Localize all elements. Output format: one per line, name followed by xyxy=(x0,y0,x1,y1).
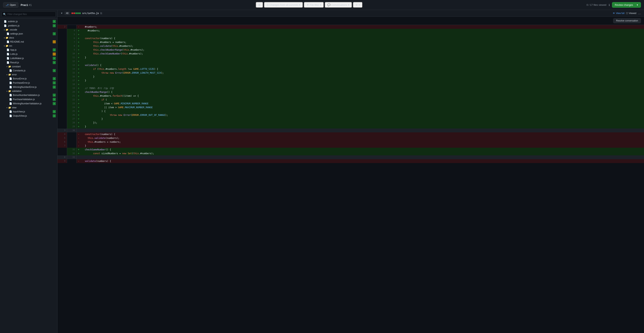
folder-icon: 📁 xyxy=(6,37,8,39)
diff-line: 16 + } xyxy=(58,75,644,79)
file-icon: 📄 xyxy=(6,61,10,64)
commits-nav-button[interactable]: ⊙ Changes from all commits ▾ xyxy=(264,2,303,8)
diff-line: 28 + }); xyxy=(58,121,644,125)
file-icon: 📄 xyxy=(9,86,12,88)
folder-name: .vscode xyxy=(9,28,17,31)
line-content: throw new Error(ERROR.ERROR_OUT_OF_RANGE… xyxy=(80,113,644,117)
layout-toggle-button[interactable]: ⊞ xyxy=(256,2,263,8)
diff-line: 15 + throw new Error(ERROR.ERROR_LENGTH_… xyxy=(58,71,644,75)
line-num-old xyxy=(58,44,67,48)
folder-name: constant xyxy=(12,65,20,68)
copy-path-button[interactable]: ⎘ xyxy=(100,12,102,15)
folder-view[interactable]: ▾ 📁 view xyxy=(0,106,57,110)
chevron-down-icon: ▾ xyxy=(4,45,5,47)
file-BonusError.js[interactable]: 📄 BonusError.js + xyxy=(0,77,57,81)
file-icon: 📄 xyxy=(9,115,12,117)
diff-line: 6 - this.#numbers = numbers; xyxy=(58,140,644,144)
add-badge: + xyxy=(53,69,56,72)
line-num-new: 7 xyxy=(67,40,77,44)
line-sign: + xyxy=(77,121,80,125)
settings-icon: ⚙ xyxy=(356,4,358,6)
folder-validation[interactable]: ▾ 📁 validation xyxy=(0,89,57,93)
file-InputView.js[interactable]: 📄 InputView.js + xyxy=(0,110,57,114)
file-PurchaseError.js[interactable]: 📄 PurchaseError.js + xyxy=(0,81,57,85)
folder-docs[interactable]: ▾ 📁 docs xyxy=(0,36,57,40)
file-Constants.js[interactable]: 📄 Constants.js + xyxy=(0,69,57,73)
line-sign: + xyxy=(77,29,80,33)
file-settings.json[interactable]: 📄 settings.json + xyxy=(0,32,57,36)
file-filter-dropdown-icon: ▾ xyxy=(320,4,321,6)
folder-icon: 📁 xyxy=(8,90,11,93)
file-filter-button[interactable]: ▼ File filter ▾ xyxy=(304,2,324,8)
file-.eslintrc.js[interactable]: 📄 .eslintrc.js + xyxy=(0,19,57,24)
line-num-old xyxy=(58,109,67,113)
resolve-conversation-button[interactable]: Resolve conversation xyxy=(613,18,641,23)
info-icon[interactable]: ℹ xyxy=(609,4,610,7)
line-num-old xyxy=(58,102,67,106)
folder-.vscode[interactable]: ▾ 📁 .vscode xyxy=(0,28,57,32)
line-content: this.checkSameNumber(this.#numbers); xyxy=(80,52,644,56)
file-name: .prettierrc.js xyxy=(8,24,20,27)
top-header: ⎇ Open Prac1 #1 ⊞ ⊙ Changes from all com… xyxy=(0,0,644,10)
file-App.js[interactable]: 📄 App.js + xyxy=(0,48,57,52)
file-LottoMaker.js[interactable]: 📄 LottoMaker.js + xyxy=(0,56,57,61)
diff-line: 20 + checkNumberRange() { xyxy=(58,90,644,94)
conversations-button[interactable]: 💬 Conversations ▾ xyxy=(325,2,352,8)
view-full-button[interactable]: 👁 View full xyxy=(613,12,624,15)
open-button[interactable]: ⎇ Open xyxy=(3,2,18,8)
file-icon: 📄 xyxy=(9,77,12,80)
add-badge: + xyxy=(53,81,56,84)
add-badge: + xyxy=(53,94,56,97)
file-OutputView.js[interactable]: 📄 OutputView.js + xyxy=(0,114,57,118)
more-options-button[interactable]: … xyxy=(638,12,641,15)
line-num-old xyxy=(58,37,67,40)
line-content xyxy=(80,60,644,63)
file-name: BonusNumberValidation.js xyxy=(13,94,40,97)
file-README.md[interactable]: 📄 README.md M xyxy=(0,40,57,44)
diff-line: 9 - validate(numbers) { xyxy=(58,159,644,163)
diff-line: 8 33 xyxy=(58,155,644,159)
line-num-old xyxy=(58,94,67,98)
file-BonusNumberValidation.js[interactable]: 📄 BonusNumberValidation.js + xyxy=(0,93,57,97)
review-changes-button[interactable]: Review changes ▾ xyxy=(612,2,641,8)
settings-button[interactable]: ⚙ ▾ xyxy=(353,2,363,8)
diff-line: 26 + throw new Error(ERROR.ERROR_OUT_OF_… xyxy=(58,113,644,117)
file-WinningNumberValidation.js[interactable]: 📄 WinningNumberValidation.js + xyxy=(0,102,57,106)
line-num-new: 19 xyxy=(67,86,77,90)
diff-line: 18 + xyxy=(58,83,644,86)
file-tree: 📄 .eslintrc.js + 📄 .prettierrc.js + ▾ 📁 … xyxy=(0,19,57,333)
viewed-button[interactable]: ☐ Viewed xyxy=(626,12,636,15)
filter-files-input[interactable] xyxy=(2,12,56,17)
folder-src[interactable]: ▾ 📁 src xyxy=(0,44,57,48)
conversations-icon: 💬 xyxy=(327,4,330,6)
folder-constant[interactable]: ▾ 📁 constant xyxy=(0,65,57,69)
file-path: src/Lotto.js xyxy=(82,12,99,15)
commits-dropdown-icon: ▾ xyxy=(299,4,300,6)
file-Result.js[interactable]: 📄 Result.js + xyxy=(0,61,57,65)
line-sign: - xyxy=(77,136,80,140)
line-content: const sizedNumbers = new Set(this.#numbe… xyxy=(80,152,644,155)
file-WinningNumberError.js[interactable]: 📄 WinningNumberError.js + xyxy=(0,85,57,89)
line-sign: + xyxy=(77,52,80,56)
diff-line: 10 + this.checkSameNumber(this.#numbers)… xyxy=(58,52,644,56)
diff-line: 7 + this.#numbers = numbers; xyxy=(58,40,644,44)
line-content: validate(numbers) { xyxy=(80,159,644,163)
folder-error[interactable]: ▾ 📁 error xyxy=(0,73,57,77)
diff-line: 4 - constructor(numbers) { xyxy=(58,132,644,136)
collapse-button[interactable]: ▼ xyxy=(60,12,63,15)
file-PurchaseValidation.js[interactable]: 📄 PurchaseValidation.js + xyxy=(0,97,57,102)
file-icon: 📄 xyxy=(9,82,12,84)
file-stats: 0 / 17 files viewed xyxy=(586,4,606,6)
file-Lotto.js[interactable]: 📄 Lotto.js M xyxy=(0,52,57,56)
line-num-old xyxy=(58,86,67,90)
line-sign: + xyxy=(77,48,80,52)
file-name: .eslintrc.js xyxy=(8,20,18,23)
add-badge: + xyxy=(53,48,56,51)
file-.prettierrc.js[interactable]: 📄 .prettierrc.js + xyxy=(0,24,57,28)
diff-line: 11 + } xyxy=(58,56,644,60)
diff-line: 25 + ) { xyxy=(58,109,644,113)
line-sign: - xyxy=(77,144,80,148)
line-sign: - xyxy=(77,140,80,144)
line-num-new: 24 xyxy=(67,106,77,109)
line-num-old: 7 xyxy=(58,144,67,148)
